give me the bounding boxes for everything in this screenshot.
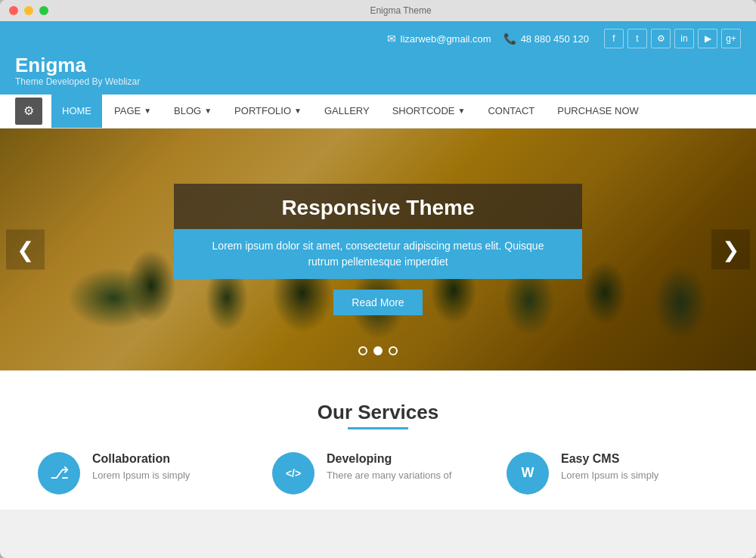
youtube-icon[interactable]: ▶ (698, 29, 717, 48)
settings-icon: ⚙ (23, 104, 34, 118)
nav-item-purchase[interactable]: PURCHASE NOW (547, 95, 649, 128)
navigation-bar: ⚙ HOME PAGE ▼ BLOG ▼ PORTFOLIO ▼ GALLERY… (0, 95, 756, 129)
prev-arrow-button[interactable]: ❮ (6, 229, 45, 269)
logo-area: Enigma Theme Developed By Weblizar (15, 54, 741, 87)
collaboration-icon: ⎇ (38, 452, 80, 494)
nav-item-blog[interactable]: BLOG ▼ (163, 95, 222, 128)
blog-caret: ▼ (204, 107, 212, 115)
nav-item-page[interactable]: PAGE ▼ (104, 95, 162, 128)
service-desc-developing: There are many variations of (327, 469, 451, 482)
nav-item-shortcode[interactable]: SHORTCODE ▼ (382, 95, 476, 128)
nav-item-portfolio[interactable]: PORTFOLIO ▼ (224, 95, 312, 128)
service-title-cms: Easy CMS (561, 452, 658, 466)
services-section: Our Services ⎇ Collaboration Lorem Ipsum… (0, 370, 756, 510)
title-bar: Enigma Theme (0, 0, 756, 21)
facebook-icon[interactable]: f (604, 29, 624, 48)
header-bottom-bar: Enigma Theme Developed By Weblizar (15, 54, 741, 87)
next-arrow-button[interactable]: ❯ (711, 229, 750, 269)
nav-item-home[interactable]: HOME (51, 95, 102, 128)
service-item-developing: </> Developing There are many variations… (272, 452, 484, 494)
slider-dots (358, 346, 398, 355)
service-desc-collaboration: Lorem Ipsum is simply (92, 469, 190, 482)
hero-title-box: Responsive Theme (174, 184, 582, 229)
shortcode-caret: ▼ (457, 107, 465, 115)
read-more-button[interactable]: Read More (333, 290, 422, 315)
site-header: ✉ lizarweb@gmail.com 📞 48 880 450 120 f … (0, 21, 756, 95)
email-info: ✉ lizarweb@gmail.com (387, 33, 491, 45)
service-text-developing: Developing There are many variations of (327, 452, 451, 482)
slide-dot-1[interactable] (358, 346, 367, 355)
cms-icon: W (507, 452, 549, 494)
hero-text-box: Lorem ipsum dolor sit amet, consectetur … (174, 229, 582, 279)
developing-icon: </> (272, 452, 314, 494)
portfolio-caret: ▼ (294, 107, 302, 115)
googleplus-icon[interactable]: g+ (721, 29, 741, 48)
nav-items-list: HOME PAGE ▼ BLOG ▼ PORTFOLIO ▼ GALLERY S… (51, 95, 649, 128)
nav-item-contact[interactable]: CONTACT (477, 95, 545, 128)
site-tagline: Theme Developed By Weblizar (15, 76, 741, 87)
services-grid: ⎇ Collaboration Lorem Ipsum is simply </… (30, 452, 726, 494)
phone-text: 48 880 450 120 (521, 33, 589, 45)
minimize-button[interactable] (24, 6, 33, 15)
hero-description: Lorem ipsum dolor sit amet, consectetur … (197, 238, 559, 270)
services-title: Our Services (30, 401, 726, 424)
service-text-cms: Easy CMS Lorem Ipsum is simply (561, 452, 658, 482)
maximize-button[interactable] (39, 6, 48, 15)
service-item-collaboration: ⎇ Collaboration Lorem Ipsum is simply (38, 452, 249, 494)
phone-info: 📞 48 880 450 120 (503, 33, 589, 45)
hero-slider: ❮ ❯ Responsive Theme Lorem ipsum dolor s… (0, 129, 756, 370)
contact-info: ✉ lizarweb@gmail.com 📞 48 880 450 120 (387, 33, 590, 45)
email-text: lizarweb@gmail.com (401, 33, 491, 45)
browser-window: Enigma Theme ✉ lizarweb@gmail.com 📞 48 8… (0, 0, 756, 558)
service-item-cms: W Easy CMS Lorem Ipsum is simply (507, 452, 718, 494)
service-title-collaboration: Collaboration (92, 452, 190, 466)
page-caret: ▼ (144, 107, 151, 115)
hero-content: Responsive Theme Lorem ipsum dolor sit a… (174, 184, 582, 315)
service-title-developing: Developing (327, 452, 451, 466)
nav-item-gallery[interactable]: GALLERY (314, 95, 380, 128)
phone-icon: 📞 (503, 33, 516, 45)
slide-dot-2[interactable] (373, 346, 383, 355)
hero-title: Responsive Theme (197, 196, 559, 220)
slide-dot-3[interactable] (389, 346, 398, 355)
window-title: Enigma Theme (54, 5, 747, 16)
dribbble-icon[interactable]: ⚙ (651, 29, 671, 48)
service-desc-cms: Lorem Ipsum is simply (561, 469, 658, 482)
email-icon: ✉ (387, 33, 396, 45)
services-underline (348, 427, 408, 429)
twitter-icon[interactable]: t (627, 29, 647, 48)
social-icons-container: f t ⚙ in ▶ g+ (604, 29, 741, 48)
service-text-collaboration: Collaboration Lorem Ipsum is simply (92, 452, 190, 482)
site-logo[interactable]: Enigma (15, 54, 741, 76)
close-button[interactable] (9, 6, 18, 15)
header-top-bar: ✉ lizarweb@gmail.com 📞 48 880 450 120 f … (15, 29, 741, 48)
settings-button[interactable]: ⚙ (15, 98, 42, 125)
linkedin-icon[interactable]: in (674, 29, 694, 48)
